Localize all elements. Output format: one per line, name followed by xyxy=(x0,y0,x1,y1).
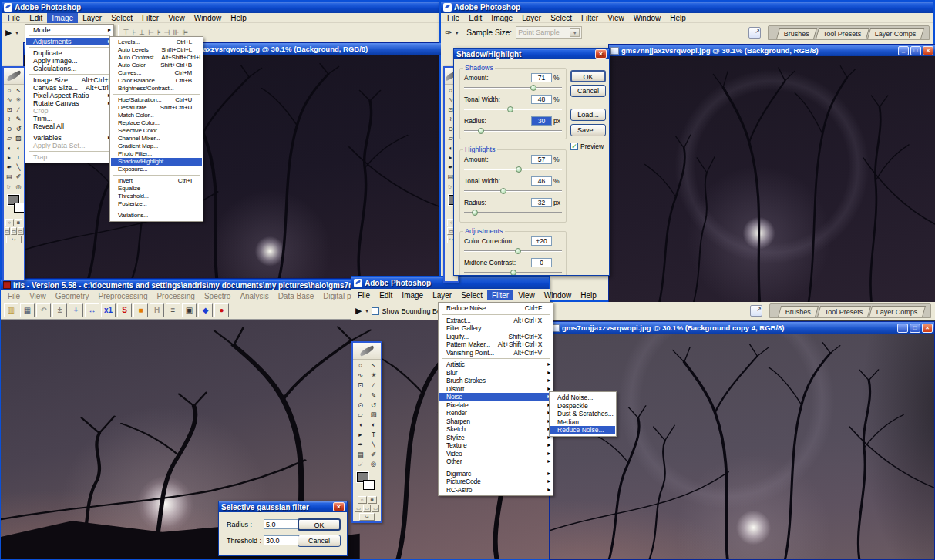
type-tool-icon[interactable]: T xyxy=(14,153,23,163)
threshold-square-icon[interactable]: ■ xyxy=(133,303,148,317)
open-icon[interactable]: ▥ xyxy=(4,303,18,317)
menu-item[interactable]: Other xyxy=(439,458,552,466)
elliptical-marquee-tool-icon[interactable]: ○ xyxy=(354,360,367,371)
menu-item[interactable]: PictureCode xyxy=(439,478,552,486)
pan-icon[interactable]: + xyxy=(69,303,83,317)
history-brush-tool-icon[interactable]: ↺ xyxy=(367,400,380,410)
menu-item[interactable]: Auto Levels Shift+Ctrl+L xyxy=(111,46,202,54)
menu-item[interactable]: Trap... xyxy=(26,153,113,161)
full-screen-menu-icon[interactable]: ▭ xyxy=(11,227,17,235)
value-field[interactable]: 57 xyxy=(531,155,552,164)
menu-item[interactable]: Levels... Ctrl+L xyxy=(111,39,202,46)
distribute-horizontal-icon[interactable]: ⊪ xyxy=(172,29,180,36)
full-screen-menu-icon[interactable]: ▭ xyxy=(363,505,371,512)
palette-tab-tool-presets[interactable]: Tool Presets xyxy=(816,28,869,39)
tool-preset-arrow-icon[interactable]: ▾ xyxy=(365,308,368,314)
menu-item[interactable]: Filter xyxy=(577,13,603,23)
slider[interactable] xyxy=(464,127,562,135)
standard-screen-icon[interactable]: ▭ xyxy=(5,227,11,235)
menu-item[interactable]: RC-Astro xyxy=(439,486,552,495)
lasso-tool-icon[interactable]: ∿ xyxy=(5,96,14,106)
menu-item[interactable]: Replace Color... xyxy=(111,119,202,127)
menu-item[interactable]: Reveal All xyxy=(26,122,113,130)
menu-item[interactable]: Filter Gallery... xyxy=(439,324,552,333)
background-color-swatch[interactable] xyxy=(363,480,375,490)
align-horizontal-center-icon[interactable]: ⊧ xyxy=(156,29,162,36)
slider[interactable] xyxy=(464,269,562,276)
slider-thumb[interactable] xyxy=(472,210,478,216)
command-list-icon[interactable]: ≡ xyxy=(166,303,180,317)
menu-item[interactable]: Extract... Alt+Ctrl+X xyxy=(439,317,552,325)
close-button[interactable]: × xyxy=(923,46,933,55)
magic-wand-tool-icon[interactable]: ✳ xyxy=(14,96,23,106)
menu-item[interactable]: Help xyxy=(226,13,251,23)
blink-icon[interactable]: ◆ xyxy=(198,303,213,317)
menu-item[interactable]: Filter xyxy=(487,290,513,300)
menu-item[interactable]: Curves... Ctrl+M xyxy=(111,69,202,77)
menu-item[interactable]: Auto Color Shift+Ctrl+B xyxy=(111,62,202,69)
brush-tool-icon[interactable]: ✎ xyxy=(367,390,380,400)
slider[interactable] xyxy=(464,166,562,173)
menu-item[interactable]: Render xyxy=(439,409,552,417)
elliptical-marquee-tool-icon[interactable]: ○ xyxy=(5,86,14,96)
menu-item[interactable]: Channel Mixer... xyxy=(111,135,202,143)
menu-item[interactable]: File xyxy=(442,13,464,23)
radius-field[interactable]: 5.0 xyxy=(264,519,299,529)
menu-item[interactable]: Dust & Scratches... xyxy=(550,410,615,418)
menu-item[interactable]: Image xyxy=(486,13,517,23)
dialog-title-bar[interactable]: Shadow/Highlight × xyxy=(454,49,609,59)
save-icon[interactable]: ▦ xyxy=(20,303,35,317)
menu-item[interactable]: Filter xyxy=(137,13,163,23)
zoom-1to1-icon[interactable]: x1 xyxy=(101,303,116,317)
value-field[interactable]: 0 xyxy=(531,258,552,267)
menu-item[interactable]: Selective Color... xyxy=(111,127,202,135)
snapshot-camera-icon[interactable]: ▣ xyxy=(182,303,197,317)
slider-thumb[interactable] xyxy=(515,248,521,254)
menu-item[interactable]: Posterize... xyxy=(111,200,202,208)
tool-preset-arrow-icon[interactable]: ▾ xyxy=(15,30,18,35)
align-vertical-center-icon[interactable]: ⊦ xyxy=(131,29,136,36)
menu-item[interactable]: Blur xyxy=(439,369,552,377)
full-screen-icon[interactable]: ▭ xyxy=(372,505,379,512)
notes-tool-icon[interactable]: ▤ xyxy=(5,173,14,183)
value-field[interactable]: 30 xyxy=(531,116,552,126)
eraser-tool-icon[interactable]: ▱ xyxy=(5,134,14,144)
line-tool-icon[interactable]: ╲ xyxy=(14,163,23,173)
menu-item[interactable]: Stylize xyxy=(439,434,552,442)
menu-item[interactable]: Window xyxy=(540,290,577,300)
cancel-button[interactable]: Cancel xyxy=(298,535,341,547)
brush-tool-icon[interactable]: ✎ xyxy=(14,115,23,125)
menu-item[interactable]: Hue/Saturation... Ctrl+U xyxy=(111,96,202,104)
slider-thumb[interactable] xyxy=(500,188,506,194)
menu-item[interactable]: Duplicate... xyxy=(26,49,113,57)
blur-tool-icon[interactable]: ◖ xyxy=(354,420,367,430)
value-field[interactable]: 46 xyxy=(531,176,552,186)
standard-mode-icon[interactable]: ○ xyxy=(358,496,367,504)
menu-item[interactable]: View xyxy=(513,290,540,300)
menu-item[interactable]: Noise xyxy=(439,393,552,401)
iris-menu-geometry[interactable]: Geometry xyxy=(51,291,94,301)
bridge-icon[interactable] xyxy=(750,305,762,317)
pen-tool-icon[interactable]: ✒ xyxy=(5,163,14,173)
menu-item[interactable]: Adjustments xyxy=(26,38,113,45)
menu-item[interactable]: Sketch xyxy=(439,425,552,434)
menu-item[interactable]: Select xyxy=(456,290,487,300)
hand-tool-icon[interactable]: ☞ xyxy=(5,182,14,192)
menu-item[interactable]: Median... xyxy=(550,418,615,427)
load-button[interactable]: Load... xyxy=(570,109,606,121)
menu-item[interactable]: File xyxy=(3,13,25,23)
zoom-tool-icon[interactable]: ◎ xyxy=(367,459,380,469)
slider-thumb[interactable] xyxy=(516,166,522,173)
clone-stamp-tool-icon[interactable]: ⊙ xyxy=(354,400,367,410)
palette-tab-tool-presets[interactable]: Tool Presets xyxy=(817,306,871,317)
menu-item[interactable]: View xyxy=(603,13,629,23)
menu-item[interactable]: Select xyxy=(106,13,137,23)
hand-tool-icon[interactable]: ☞ xyxy=(354,459,367,469)
menu-item[interactable]: Gradient Map... xyxy=(111,143,202,150)
menu-item[interactable]: Pixel Aspect Ratio xyxy=(26,92,113,99)
tool-preset-arrow-icon[interactable]: ▾ xyxy=(456,30,458,35)
show-bounding-box-checkbox[interactable]: ✓ xyxy=(372,307,379,315)
menu-item[interactable]: Image Size... Alt+Ctrl+I xyxy=(26,76,113,84)
align-bottom-icon[interactable]: ⊥ xyxy=(138,29,146,36)
value-field[interactable]: 48 xyxy=(531,95,552,104)
